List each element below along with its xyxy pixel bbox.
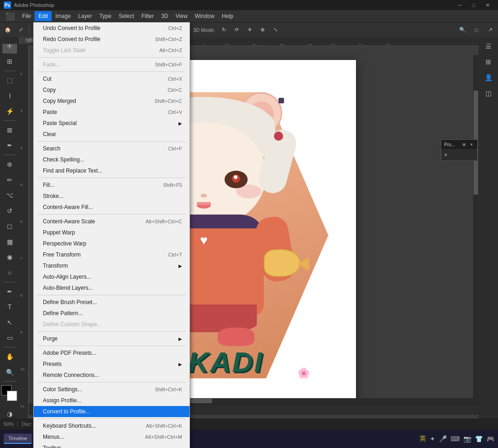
clone-tool[interactable]: ⌥ bbox=[2, 188, 17, 203]
menu-toggle-last-state[interactable]: Toggle Last State Alt+Ctrl+Z bbox=[34, 45, 190, 56]
gradient-tool[interactable]: ▦ bbox=[2, 234, 17, 249]
menu-color-settings[interactable]: Color Settings... Shift+Ctrl+K bbox=[34, 384, 190, 395]
taskbar-game-icon[interactable]: 🎮 bbox=[486, 435, 494, 442]
menu-content-aware-fill[interactable]: Content-Aware Fill... bbox=[34, 202, 190, 213]
menu-check-spelling[interactable]: Check Spelling... bbox=[34, 154, 190, 165]
pen-tool[interactable]: ✒ bbox=[2, 284, 17, 299]
slide-button[interactable]: ⊕ bbox=[256, 24, 268, 36]
menu-item-type[interactable]: Type bbox=[95, 11, 115, 21]
scale-button[interactable]: ⤡ bbox=[269, 24, 281, 36]
menu-cut[interactable]: Cut Ctrl+X bbox=[34, 73, 190, 84]
toolbar-btn-1[interactable]: ⤢ bbox=[15, 24, 27, 36]
menu-purge[interactable]: Purge ▶ bbox=[34, 333, 190, 344]
menu-find-replace[interactable]: Find and Replace Text... bbox=[34, 165, 190, 176]
minimize-button[interactable]: ─ bbox=[453, 0, 467, 10]
menu-keyboard-shortcuts[interactable]: Keyboard Shortcuts... Alt+Shift+Ctrl+K bbox=[34, 420, 190, 431]
menu-paste[interactable]: Paste Ctrl+V bbox=[34, 107, 190, 118]
eraser-tool[interactable]: ◻ bbox=[2, 219, 17, 233]
menu-item-image[interactable]: Image bbox=[52, 11, 74, 21]
menu-item-file[interactable]: File bbox=[18, 11, 35, 21]
menu-transform[interactable]: Transform ▶ bbox=[34, 260, 190, 271]
type-tool[interactable]: T bbox=[2, 299, 17, 314]
taskbar-star-icon[interactable]: ✦ bbox=[430, 435, 435, 442]
menu-content-aware-scale[interactable]: Content-Aware Scale Alt+Shift+Ctrl+C bbox=[34, 216, 190, 227]
menu-define-custom-shape[interactable]: Define Custom Shape... bbox=[34, 319, 190, 330]
workspace-button[interactable]: □ bbox=[470, 24, 482, 36]
menu-item-help[interactable]: Help bbox=[218, 11, 237, 21]
menu-redo-convert[interactable]: Redo Convert to Profile Shift+Ctrl+Z bbox=[34, 34, 190, 45]
menu-auto-align[interactable]: Auto-Align Layers... bbox=[34, 271, 190, 282]
menu-item-layer[interactable]: Layer bbox=[74, 11, 95, 21]
menu-fill[interactable]: Fill... Shift+F5 bbox=[34, 179, 190, 191]
brush-tool[interactable]: ✏ bbox=[2, 173, 17, 187]
blur-tool[interactable]: ◉ bbox=[2, 250, 17, 265]
menu-adobe-pdf-presets[interactable]: Adobe PDF Presets... bbox=[34, 347, 190, 358]
properties-tab-icon[interactable]: ≡ bbox=[443, 151, 475, 159]
right-btn-4[interactable]: ◫ bbox=[481, 86, 496, 101]
menu-copy-merged[interactable]: Copy Merged Shift+Ctrl+C bbox=[34, 96, 190, 107]
menu-presets[interactable]: Presets ▶ bbox=[34, 358, 190, 370]
menu-stroke[interactable]: Stroke... bbox=[34, 191, 190, 202]
home-button[interactable]: 🏠 bbox=[2, 24, 14, 36]
pan-button[interactable]: ✛ bbox=[243, 24, 255, 36]
menu-item-filter[interactable]: Filter bbox=[138, 11, 158, 21]
taskbar-mic-icon[interactable]: 🎤 bbox=[439, 435, 447, 442]
menu-remote-connections[interactable]: Remote Connections... bbox=[34, 370, 190, 381]
taskbar-ime-icon[interactable]: 英 bbox=[420, 435, 426, 443]
close-button[interactable]: ✕ bbox=[480, 0, 494, 10]
artboard-tool[interactable]: ⊞ bbox=[2, 54, 17, 69]
menu-item-view[interactable]: View bbox=[172, 11, 191, 21]
dodge-tool[interactable]: ○ bbox=[2, 265, 17, 280]
menu-paste-special[interactable]: Paste Special ▶ bbox=[34, 118, 190, 129]
right-btn-2[interactable]: ⊞ bbox=[481, 54, 496, 69]
rotate-button[interactable]: ↻ bbox=[218, 24, 230, 36]
vertical-scrollbar[interactable] bbox=[473, 55, 479, 404]
props-panel-close[interactable]: ✕ bbox=[468, 141, 474, 148]
menu-free-transform[interactable]: Free Transform Ctrl+T bbox=[34, 249, 190, 260]
color-swatches bbox=[1, 385, 18, 402]
menu-copy[interactable]: Copy Ctrl+C bbox=[34, 84, 190, 96]
menu-perspective-warp[interactable]: Perspective Warp bbox=[34, 238, 190, 249]
history-brush-tool[interactable]: ↺ bbox=[2, 203, 17, 218]
magic-wand-tool[interactable]: ⚡ bbox=[2, 104, 17, 119]
right-btn-3[interactable]: 👤 bbox=[481, 70, 496, 85]
menu-toolbar[interactable]: Toolbar... bbox=[34, 442, 190, 448]
taskbar-camera-icon[interactable]: 📷 bbox=[463, 435, 471, 442]
menu-fade[interactable]: Fade... Shift+Ctrl+F bbox=[34, 59, 190, 70]
crop-tool[interactable]: ⊠ bbox=[2, 123, 17, 137]
menu-define-pattern[interactable]: Define Pattern... bbox=[34, 308, 190, 319]
zoom-tool[interactable]: 🔍 bbox=[2, 365, 17, 380]
path-select-tool[interactable]: ↖ bbox=[2, 315, 17, 330]
menu-undo-convert[interactable]: Undo Convert to Profile Ctrl+Z bbox=[34, 23, 190, 34]
menu-item-ps[interactable]: ⬛ bbox=[2, 11, 18, 21]
menu-auto-blend[interactable]: Auto-Blend Layers... bbox=[34, 282, 190, 293]
search-button[interactable]: 🔍 bbox=[456, 24, 468, 36]
menu-convert-to-profile[interactable]: Convert to Profile... bbox=[34, 406, 190, 417]
menu-assign-profile[interactable]: Assign Profile... bbox=[34, 395, 190, 406]
props-panel-expand[interactable]: ⊞ bbox=[461, 141, 467, 148]
menu-item-edit[interactable]: Edit bbox=[35, 11, 52, 21]
menu-define-brush[interactable]: Define Brush Preset... bbox=[34, 297, 190, 308]
menu-menus[interactable]: Menus... Alt+Shift+Ctrl+M bbox=[34, 431, 190, 442]
menu-search[interactable]: Search Ctrl+F bbox=[34, 143, 190, 154]
maximize-button[interactable]: □ bbox=[467, 0, 480, 10]
hand-tool[interactable]: ✋ bbox=[2, 349, 17, 364]
background-color[interactable] bbox=[7, 391, 17, 401]
taskbar-shirt-icon[interactable]: 👕 bbox=[475, 435, 483, 442]
eyedropper-tool[interactable]: ✒ bbox=[2, 138, 17, 153]
share-button[interactable]: ↗ bbox=[484, 24, 496, 36]
menu-item-select[interactable]: Select bbox=[115, 11, 137, 21]
mouth bbox=[197, 202, 211, 209]
orbit-button[interactable]: ⟳ bbox=[231, 24, 243, 36]
menu-item-window[interactable]: Window bbox=[191, 11, 219, 21]
taskbar-timeline[interactable]: Timeline bbox=[4, 434, 32, 444]
marquee-tool[interactable]: ⬚ bbox=[2, 73, 17, 88]
healing-tool[interactable]: ⊕ bbox=[2, 157, 17, 172]
lasso-tool[interactable]: ⌇ bbox=[2, 89, 17, 103]
menu-clear[interactable]: Clear bbox=[34, 129, 190, 140]
shape-tool[interactable]: ▭ bbox=[2, 331, 17, 346]
menu-item-3d[interactable]: 3D bbox=[157, 11, 172, 21]
photoshop-icon: Ps bbox=[4, 1, 11, 9]
menu-puppet-warp[interactable]: Puppet Warp bbox=[34, 227, 190, 238]
taskbar-keyboard-icon[interactable]: ⌨ bbox=[451, 435, 460, 442]
